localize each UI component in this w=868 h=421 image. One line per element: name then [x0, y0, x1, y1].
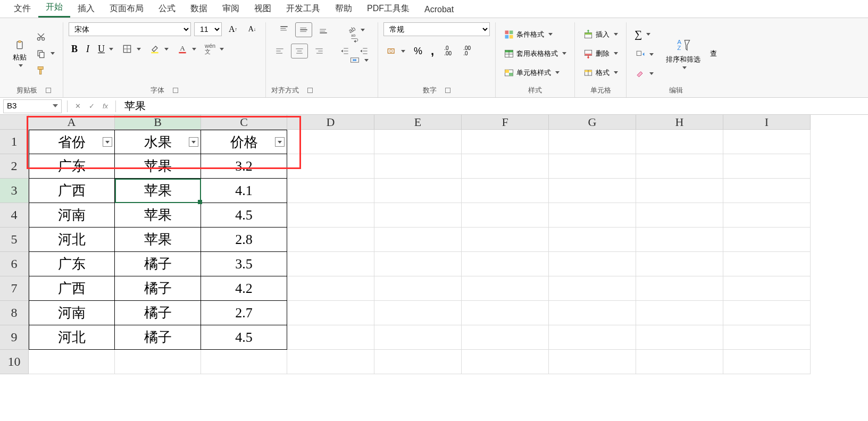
row-header-2[interactable]: 2 — [0, 154, 29, 179]
row-header-8[interactable]: 8 — [0, 301, 29, 325]
paste-button[interactable]: 粘贴 — [10, 38, 30, 69]
align-left-button[interactable] — [272, 44, 288, 58]
column-header-B[interactable]: B — [115, 115, 201, 130]
cell-A6[interactable]: 广东 — [29, 252, 115, 276]
cell-I1[interactable] — [723, 130, 811, 154]
cell-C6[interactable]: 3.5 — [201, 252, 287, 276]
cell-I6[interactable] — [723, 252, 811, 276]
font-color-button[interactable]: A — [174, 42, 199, 56]
cell-D1[interactable] — [287, 130, 374, 154]
column-header-G[interactable]: G — [549, 115, 636, 130]
increase-decimal-button[interactable]: .0.00 — [440, 44, 456, 58]
cell-E2[interactable] — [374, 154, 462, 179]
cell-F10[interactable] — [462, 350, 549, 374]
decrease-decimal-button[interactable]: .00.0 — [459, 44, 475, 58]
cell-A4[interactable]: 河南 — [29, 203, 115, 228]
cell-I3[interactable] — [723, 179, 811, 203]
cell-C8[interactable]: 2.7 — [201, 301, 287, 325]
cell-G4[interactable] — [549, 203, 636, 228]
cell-F2[interactable] — [462, 154, 549, 179]
cell-D9[interactable] — [287, 325, 374, 350]
cut-button[interactable] — [33, 30, 49, 44]
ribbon-tab-4[interactable]: 公式 — [151, 0, 183, 18]
increase-font-button[interactable]: A↑ — [225, 22, 241, 36]
cell-C10[interactable] — [201, 350, 287, 374]
cell-H7[interactable] — [636, 276, 723, 301]
cell-G7[interactable] — [549, 276, 636, 301]
cell-H2[interactable] — [636, 154, 723, 179]
filter-button-A[interactable] — [103, 137, 112, 147]
cell-G5[interactable] — [549, 228, 636, 252]
ribbon-tab-0[interactable]: 文件 — [6, 0, 38, 18]
delete-cells-button[interactable]: 删除 — [580, 47, 621, 61]
row-header-10[interactable]: 10 — [0, 350, 29, 374]
autosum-button[interactable]: ∑ — [632, 27, 653, 42]
cell-D3[interactable] — [287, 179, 374, 203]
percent-button[interactable]: % — [411, 44, 425, 58]
cell-F9[interactable] — [462, 325, 549, 350]
cell-F8[interactable] — [462, 301, 549, 325]
cell-B6[interactable]: 橘子 — [115, 252, 201, 276]
cell-A2[interactable]: 广东 — [29, 154, 115, 179]
cell-C7[interactable]: 4.2 — [201, 276, 287, 301]
cell-A8[interactable]: 河南 — [29, 301, 115, 325]
select-all-corner[interactable] — [0, 115, 29, 130]
column-header-H[interactable]: H — [636, 115, 723, 130]
find-button[interactable]: 查 — [707, 47, 720, 61]
cell-E4[interactable] — [374, 203, 462, 228]
align-top-button[interactable] — [276, 23, 292, 37]
row-header-5[interactable]: 5 — [0, 228, 29, 252]
comma-button[interactable]: , — [428, 43, 437, 60]
cell-E8[interactable] — [374, 301, 462, 325]
ribbon-tab-9[interactable]: 帮助 — [328, 0, 360, 18]
row-header-1[interactable]: 1 — [0, 130, 29, 154]
fill-color-button[interactable] — [147, 42, 171, 56]
cell-A1[interactable]: 省份 — [29, 130, 115, 154]
column-header-C[interactable]: C — [201, 115, 287, 130]
cell-G8[interactable] — [549, 301, 636, 325]
confirm-formula-button[interactable]: ✓ — [85, 99, 98, 113]
fill-button[interactable] — [632, 47, 656, 61]
cell-C4[interactable]: 4.5 — [201, 203, 287, 228]
cell-C2[interactable]: 3.2 — [201, 154, 287, 179]
cell-B9[interactable]: 橘子 — [115, 325, 201, 350]
cancel-formula-button[interactable]: ✕ — [71, 99, 85, 113]
cell-I2[interactable] — [723, 154, 811, 179]
currency-button[interactable] — [383, 44, 408, 58]
cell-E3[interactable] — [374, 179, 462, 203]
cell-C9[interactable]: 4.5 — [201, 325, 287, 350]
sort-filter-button[interactable]: AZ 排序和筛选 — [663, 36, 704, 71]
cell-E9[interactable] — [374, 325, 462, 350]
align-middle-button[interactable] — [295, 22, 312, 37]
cell-B5[interactable]: 苹果 — [115, 228, 201, 252]
cell-A10[interactable] — [29, 350, 115, 374]
cell-A9[interactable]: 河北 — [29, 325, 115, 350]
filter-button-C[interactable] — [275, 137, 285, 147]
cell-G6[interactable] — [549, 252, 636, 276]
cell-D8[interactable] — [287, 301, 374, 325]
cell-F6[interactable] — [462, 252, 549, 276]
wrap-text-button[interactable]: ab — [347, 31, 363, 45]
ribbon-tab-7[interactable]: 视图 — [247, 0, 279, 18]
cell-E7[interactable] — [374, 276, 462, 301]
cell-H5[interactable] — [636, 228, 723, 252]
ribbon-tab-11[interactable]: Acrobat — [417, 2, 461, 18]
cell-I4[interactable] — [723, 203, 811, 228]
cell-D6[interactable] — [287, 252, 374, 276]
cell-E10[interactable] — [374, 350, 462, 374]
cell-I8[interactable] — [723, 301, 811, 325]
dialog-launcher-icon[interactable] — [445, 88, 450, 93]
ribbon-tab-6[interactable]: 审阅 — [215, 0, 247, 18]
cell-F1[interactable] — [462, 130, 549, 154]
format-as-table-button[interactable]: 套用表格格式 — [501, 47, 569, 61]
cell-styles-button[interactable]: 单元格样式 — [501, 66, 562, 80]
cell-G10[interactable] — [549, 350, 636, 374]
cell-F4[interactable] — [462, 203, 549, 228]
copy-button[interactable] — [33, 47, 57, 61]
row-header-6[interactable]: 6 — [0, 252, 29, 276]
name-box[interactable]: B3 — [3, 99, 62, 113]
cell-B7[interactable]: 橘子 — [115, 276, 201, 301]
cell-A7[interactable]: 广西 — [29, 276, 115, 301]
italic-button[interactable]: I — [84, 42, 92, 56]
cell-B1[interactable]: 水果 — [115, 130, 201, 154]
